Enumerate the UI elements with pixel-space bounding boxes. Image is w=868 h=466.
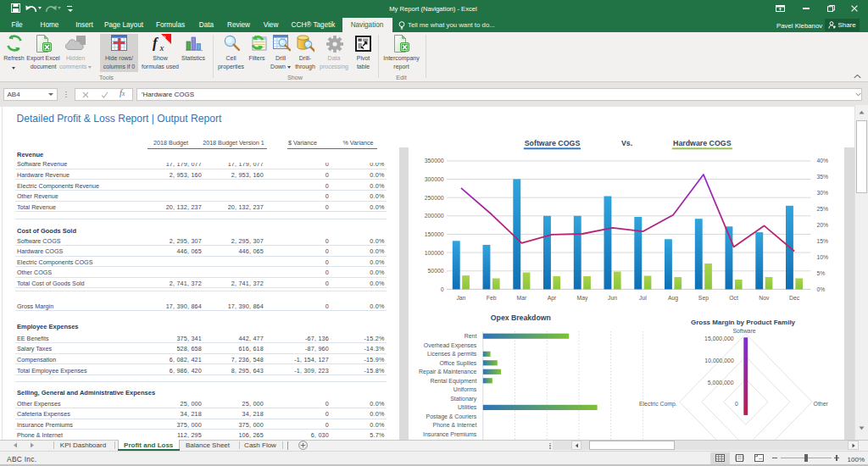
svg-text:Aug: Aug — [668, 295, 678, 302]
svg-text:Jul: Jul — [639, 295, 647, 301]
svg-text:Sep: Sep — [698, 295, 709, 302]
svg-text:Software COGS: Software COGS — [525, 138, 581, 147]
svg-text:Stationary: Stationary — [450, 395, 477, 402]
svg-text:5%: 5% — [817, 269, 826, 275]
svg-text:100000: 100000 — [425, 249, 444, 255]
svg-text:Utilities: Utilities — [458, 404, 477, 410]
svg-text:Dec: Dec — [789, 295, 800, 301]
svg-text:25%: 25% — [817, 206, 829, 212]
svg-text:250000: 250000 — [425, 194, 444, 200]
svg-text:20%: 20% — [817, 222, 829, 228]
svg-text:Insurance Premiums: Insurance Premiums — [423, 430, 477, 436]
svg-text:Nov: Nov — [759, 295, 770, 301]
svg-text:Office Supllies: Office Supllies — [439, 359, 476, 366]
svg-text:Hardware COGS: Hardware COGS — [673, 138, 732, 147]
svg-text:Overhead Expenses: Overhead Expenses — [424, 341, 477, 348]
svg-text:50000: 50000 — [428, 268, 444, 274]
svg-text:Phone & Internet: Phone & Internet — [433, 422, 477, 428]
svg-text:f: f — [153, 35, 159, 51]
svg-text:Rental Equipment: Rental Equipment — [431, 377, 477, 384]
svg-text:Other: Other — [814, 400, 829, 406]
svg-text:10%: 10% — [817, 253, 829, 259]
svg-text:10,000,000: 10,000,000 — [704, 357, 734, 363]
svg-text:0: 0 — [441, 286, 444, 291]
svg-text:Rent: Rent — [465, 333, 477, 339]
svg-text:Gross Margin by Product Family: Gross Margin by Product Family — [691, 319, 796, 326]
svg-text:5,000,000: 5,000,000 — [708, 379, 734, 385]
svg-text:x: x — [159, 42, 164, 53]
svg-text:15,000,000: 15,000,000 — [704, 336, 734, 341]
svg-text:40%: 40% — [817, 158, 829, 164]
svg-text:Uniforms: Uniforms — [453, 386, 477, 392]
svg-text:Electric Comp.: Electric Comp. — [639, 400, 677, 407]
svg-text:200000: 200000 — [425, 213, 444, 219]
svg-text:Oct: Oct — [729, 295, 738, 301]
svg-text:Repair & Maintenance: Repair & Maintenance — [419, 369, 476, 375]
svg-text:300000: 300000 — [425, 175, 444, 181]
svg-text:Feb: Feb — [487, 295, 497, 301]
svg-text:0%: 0% — [817, 286, 826, 291]
svg-text:Jun: Jun — [608, 295, 617, 301]
svg-text:350000: 350000 — [425, 158, 444, 164]
svg-text:Postage & Couriers: Postage & Couriers — [426, 413, 477, 419]
svg-text:Jan: Jan — [456, 295, 465, 301]
svg-text:15%: 15% — [817, 238, 829, 244]
svg-text:Opex Breakdown: Opex Breakdown — [491, 313, 551, 322]
svg-text:Apr: Apr — [548, 295, 557, 302]
svg-text:Licenses & permits: Licenses & permits — [427, 351, 477, 358]
svg-text:150000: 150000 — [425, 230, 444, 236]
svg-text:Vs.: Vs. — [621, 138, 632, 147]
svg-text:May: May — [576, 295, 587, 302]
svg-text:Mar: Mar — [517, 295, 527, 301]
svg-text:Software: Software — [732, 327, 755, 333]
svg-text:0: 0 — [735, 400, 738, 406]
svg-text:35%: 35% — [817, 174, 829, 180]
svg-text:30%: 30% — [817, 190, 829, 196]
